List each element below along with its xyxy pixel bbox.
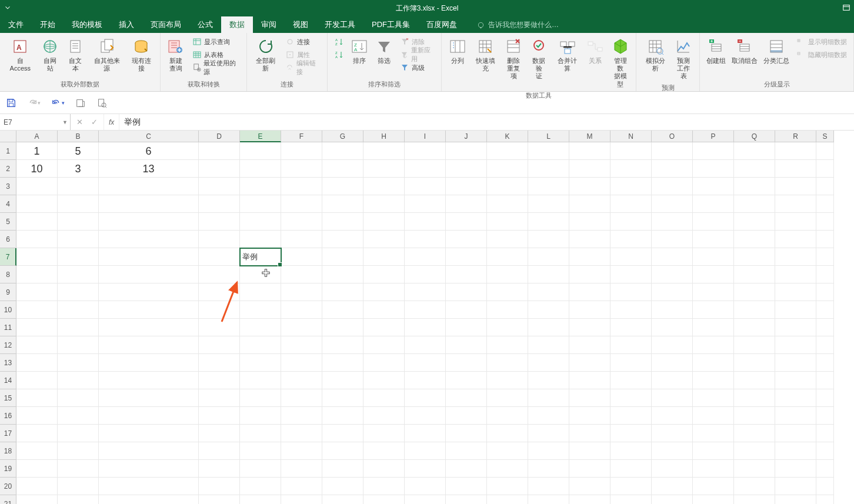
cell-O9[interactable]: [652, 283, 693, 301]
cell-S10[interactable]: [816, 301, 834, 319]
cell-O5[interactable]: [652, 213, 693, 231]
cell-D16[interactable]: [199, 407, 240, 425]
cell-L20[interactable]: [528, 478, 569, 495]
cell-D21[interactable]: [199, 495, 240, 504]
cell-F3[interactable]: [281, 178, 322, 195]
cell-D15[interactable]: [199, 389, 240, 407]
tab-7[interactable]: 审阅: [253, 16, 285, 33]
cell-D12[interactable]: [199, 336, 240, 354]
cell-I1[interactable]: [405, 142, 446, 160]
column-header[interactable]: E: [240, 131, 281, 142]
qat-btn-1[interactable]: [75, 98, 86, 108]
undo-button[interactable]: ▾: [51, 98, 65, 108]
cell-I21[interactable]: [405, 495, 446, 504]
tab-2[interactable]: 我的模板: [64, 16, 111, 33]
cell-H18[interactable]: [363, 442, 405, 460]
cell-L19[interactable]: [528, 460, 569, 478]
cell-I12[interactable]: [405, 336, 446, 354]
cell-E10[interactable]: [240, 301, 281, 319]
cell-A11[interactable]: [16, 319, 58, 336]
cell-B6[interactable]: [58, 231, 99, 248]
cell-I3[interactable]: [405, 178, 446, 195]
cell-R8[interactable]: [775, 266, 816, 283]
column-header[interactable]: O: [652, 131, 693, 142]
cell-E1[interactable]: [240, 142, 281, 160]
cell-E20[interactable]: [240, 478, 281, 495]
outline-btn-0[interactable]: 创建组: [703, 35, 729, 66]
cell-P19[interactable]: [693, 460, 734, 478]
cell-K5[interactable]: [487, 213, 528, 231]
cell-M16[interactable]: [569, 407, 611, 425]
cell-I15[interactable]: [405, 389, 446, 407]
cell-E7[interactable]: 举例: [240, 248, 281, 266]
cell-B20[interactable]: [58, 478, 99, 495]
row-header[interactable]: 3: [0, 178, 16, 195]
cell-B12[interactable]: [58, 336, 99, 354]
ribbon-display-icon[interactable]: [842, 4, 850, 14]
external-data-btn-0[interactable]: A自 Access: [4, 35, 37, 74]
cell-H6[interactable]: [363, 231, 405, 248]
column-header[interactable]: I: [405, 131, 446, 142]
cell-D9[interactable]: [199, 283, 240, 301]
cell-D11[interactable]: [199, 319, 240, 336]
row-header[interactable]: 4: [0, 195, 16, 213]
row-header[interactable]: 10: [0, 301, 16, 319]
cell-K16[interactable]: [487, 407, 528, 425]
cell-B18[interactable]: [58, 442, 99, 460]
column-header[interactable]: G: [322, 131, 363, 142]
row-header[interactable]: 17: [0, 425, 16, 442]
tell-me-input[interactable]: 告诉我您想要做什么…: [477, 16, 559, 33]
cell-B16[interactable]: [58, 407, 99, 425]
cell-O11[interactable]: [652, 319, 693, 336]
cell-F21[interactable]: [281, 495, 322, 504]
cell-Q20[interactable]: [734, 478, 775, 495]
cell-B3[interactable]: [58, 178, 99, 195]
cell-Q19[interactable]: [734, 460, 775, 478]
cell-O3[interactable]: [652, 178, 693, 195]
cell-Q16[interactable]: [734, 407, 775, 425]
external-data-btn-4[interactable]: 现有连接: [126, 35, 156, 74]
cell-N15[interactable]: [611, 389, 652, 407]
cell-H15[interactable]: [363, 389, 405, 407]
column-header[interactable]: J: [446, 131, 487, 142]
cell-D18[interactable]: [199, 442, 240, 460]
cell-R19[interactable]: [775, 460, 816, 478]
cell-E2[interactable]: [240, 160, 281, 178]
cell-M18[interactable]: [569, 442, 611, 460]
cell-G21[interactable]: [322, 495, 363, 504]
cell-J19[interactable]: [446, 460, 487, 478]
cell-Q1[interactable]: [734, 142, 775, 160]
cell-H19[interactable]: [363, 460, 405, 478]
cell-N17[interactable]: [611, 425, 652, 442]
cell-J6[interactable]: [446, 231, 487, 248]
cell-N12[interactable]: [611, 336, 652, 354]
row-header[interactable]: 16: [0, 407, 16, 425]
cell-L17[interactable]: [528, 425, 569, 442]
cell-C15[interactable]: [99, 389, 199, 407]
cell-R9[interactable]: [775, 283, 816, 301]
data-tools-btn-1[interactable]: 快速填充: [471, 35, 501, 74]
cell-D17[interactable]: [199, 425, 240, 442]
cell-B13[interactable]: [58, 354, 99, 372]
row-header[interactable]: 19: [0, 460, 16, 478]
cell-I4[interactable]: [405, 195, 446, 213]
cell-L18[interactable]: [528, 442, 569, 460]
cell-M6[interactable]: [569, 231, 611, 248]
cell-C14[interactable]: [99, 372, 199, 389]
cell-F8[interactable]: [281, 266, 322, 283]
cell-P14[interactable]: [693, 372, 734, 389]
cell-I2[interactable]: [405, 160, 446, 178]
cell-I6[interactable]: [405, 231, 446, 248]
cell-O8[interactable]: [652, 266, 693, 283]
cell-E16[interactable]: [240, 407, 281, 425]
cell-M10[interactable]: [569, 301, 611, 319]
cell-S7[interactable]: [816, 248, 834, 266]
cell-P6[interactable]: [693, 231, 734, 248]
cell-E17[interactable]: [240, 425, 281, 442]
cell-I8[interactable]: [405, 266, 446, 283]
external-data-btn-1[interactable]: 自网站: [38, 35, 62, 74]
advanced-filter-button[interactable]: 高级: [397, 61, 438, 74]
tab-5[interactable]: 公式: [189, 16, 221, 33]
cell-Q3[interactable]: [734, 178, 775, 195]
row-header[interactable]: 5: [0, 213, 16, 231]
